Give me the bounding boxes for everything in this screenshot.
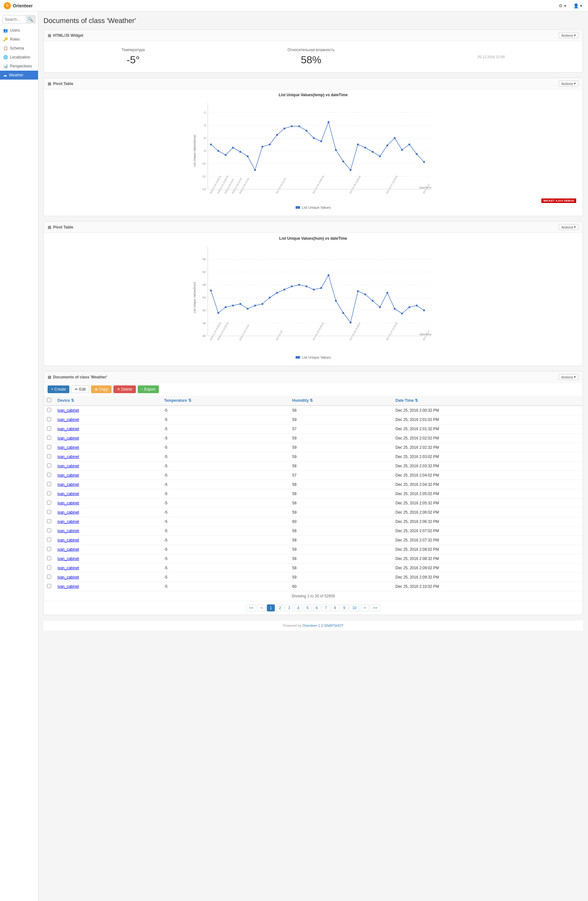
- sidebar-item-users[interactable]: 👥 Users: [0, 26, 38, 35]
- device-link[interactable]: ivan_cabinet: [58, 482, 79, 487]
- row-checkbox-cell[interactable]: [44, 424, 54, 434]
- row-checkbox[interactable]: [47, 500, 51, 505]
- row-checkbox-cell[interactable]: [44, 563, 54, 573]
- row-checkbox-cell[interactable]: [44, 536, 54, 545]
- row-checkbox[interactable]: [47, 463, 51, 468]
- row-checkbox[interactable]: [47, 519, 51, 523]
- col-humidity[interactable]: Humidity ⇅: [289, 396, 392, 405]
- export-button[interactable]: ↑ Export: [138, 385, 159, 393]
- row-checkbox-cell[interactable]: [44, 489, 54, 499]
- pagination-button[interactable]: 6: [313, 605, 321, 611]
- device-link[interactable]: ivan_cabinet: [58, 528, 79, 533]
- footer-link[interactable]: Orienteer 1.2-SNAPSHOT: [302, 624, 343, 627]
- select-all-header[interactable]: [44, 396, 54, 405]
- copy-button[interactable]: ⊕ Copy: [91, 385, 111, 393]
- delete-button[interactable]: ✕ Delete: [114, 385, 136, 393]
- row-checkbox[interactable]: [47, 491, 51, 496]
- row-checkbox[interactable]: [47, 473, 51, 477]
- row-checkbox-cell[interactable]: [44, 415, 54, 424]
- row-checkbox-cell[interactable]: [44, 434, 54, 443]
- row-checkbox-cell[interactable]: [44, 582, 54, 591]
- row-checkbox-cell[interactable]: [44, 527, 54, 536]
- device-link[interactable]: ivan_cabinet: [58, 473, 79, 477]
- row-checkbox[interactable]: [47, 408, 51, 412]
- pivot1-actions-button[interactable]: Actions ▾: [558, 81, 579, 87]
- search-input[interactable]: [3, 16, 26, 23]
- pagination-button[interactable]: 5: [304, 605, 312, 611]
- pagination-button[interactable]: 8: [331, 605, 339, 611]
- edit-button[interactable]: ✏ Edit: [71, 385, 89, 393]
- col-datetime[interactable]: Date Time ⇅: [392, 396, 583, 405]
- row-checkbox-cell[interactable]: [44, 499, 54, 508]
- row-checkbox[interactable]: [47, 417, 51, 421]
- col-temperature[interactable]: Temperature ⇅: [161, 396, 289, 405]
- wicket-debug-button[interactable]: WICKET AJAX DEBUG: [541, 198, 576, 203]
- row-checkbox-cell[interactable]: [44, 471, 54, 480]
- pagination-button[interactable]: 7: [322, 605, 330, 611]
- row-checkbox-cell[interactable]: [44, 517, 54, 527]
- pagination-button[interactable]: 2: [276, 605, 284, 611]
- sidebar-item-schema[interactable]: 📋 Schema: [0, 44, 38, 53]
- pagination-button[interactable]: <: [257, 605, 265, 611]
- device-link[interactable]: ivan_cabinet: [58, 584, 79, 589]
- sidebar-item-perspectives[interactable]: 📊 Perspectives: [0, 62, 38, 71]
- device-link[interactable]: ivan_cabinet: [58, 510, 79, 514]
- sidebar-item-roles[interactable]: 🔑 Roles: [0, 35, 38, 44]
- sidebar-item-weather[interactable]: ☁ Weather: [0, 71, 38, 80]
- row-checkbox[interactable]: [47, 556, 51, 560]
- row-checkbox[interactable]: [47, 584, 51, 588]
- device-link[interactable]: ivan_cabinet: [58, 519, 79, 524]
- row-checkbox[interactable]: [47, 566, 51, 569]
- pivot2-actions-button[interactable]: Actions ▾: [558, 224, 579, 230]
- row-checkbox[interactable]: [47, 482, 51, 486]
- row-checkbox-cell[interactable]: [44, 443, 54, 452]
- row-checkbox-cell[interactable]: [44, 554, 54, 563]
- device-link[interactable]: ivan_cabinet: [58, 427, 79, 431]
- pagination-button[interactable]: 1: [267, 605, 275, 611]
- device-link[interactable]: ivan_cabinet: [58, 538, 79, 542]
- row-checkbox[interactable]: [47, 510, 51, 514]
- device-link[interactable]: ivan_cabinet: [58, 547, 79, 552]
- pagination-button[interactable]: >>: [370, 605, 380, 611]
- row-checkbox[interactable]: [47, 426, 51, 430]
- row-checkbox[interactable]: [47, 454, 51, 458]
- device-link[interactable]: ivan_cabinet: [58, 464, 79, 468]
- row-checkbox-cell[interactable]: [44, 480, 54, 489]
- row-checkbox[interactable]: [47, 445, 51, 449]
- sidebar-item-localization[interactable]: 🌐 Localization: [0, 53, 38, 62]
- device-link[interactable]: ivan_cabinet: [58, 566, 79, 570]
- widget-actions-button[interactable]: Actions ▾: [558, 32, 579, 38]
- settings-button[interactable]: ⚙ ▾: [557, 3, 568, 9]
- pagination-button[interactable]: 3: [285, 605, 293, 611]
- row-checkbox-cell[interactable]: [44, 545, 54, 554]
- col-device[interactable]: Device ⇅: [54, 396, 161, 405]
- device-link[interactable]: ivan_cabinet: [58, 491, 79, 496]
- pagination-button[interactable]: 9: [340, 605, 348, 611]
- row-checkbox[interactable]: [47, 575, 51, 579]
- device-link[interactable]: ivan_cabinet: [58, 556, 79, 561]
- pagination-button[interactable]: 10: [349, 605, 359, 611]
- device-link[interactable]: ivan_cabinet: [58, 501, 79, 505]
- row-checkbox-cell[interactable]: [44, 405, 54, 415]
- pagination-button[interactable]: >: [361, 605, 369, 611]
- device-link[interactable]: ivan_cabinet: [58, 445, 79, 450]
- device-link[interactable]: ivan_cabinet: [58, 408, 79, 413]
- row-checkbox-cell[interactable]: [44, 573, 54, 582]
- create-button[interactable]: + Create: [48, 385, 69, 393]
- device-link[interactable]: ivan_cabinet: [58, 455, 79, 459]
- row-checkbox-cell[interactable]: [44, 452, 54, 461]
- row-checkbox[interactable]: [47, 528, 51, 533]
- row-checkbox-cell[interactable]: [44, 508, 54, 517]
- device-link[interactable]: ivan_cabinet: [58, 436, 79, 440]
- select-all-checkbox[interactable]: [47, 398, 51, 402]
- user-button[interactable]: 👤 ▾: [571, 3, 584, 9]
- row-checkbox[interactable]: [47, 436, 51, 440]
- pagination-button[interactable]: <<: [246, 605, 256, 611]
- row-checkbox[interactable]: [47, 538, 51, 542]
- pagination-button[interactable]: 4: [294, 605, 302, 611]
- device-link[interactable]: ivan_cabinet: [58, 418, 79, 422]
- search-button[interactable]: 🔍: [26, 16, 35, 23]
- documents-actions-button[interactable]: Actions ▾: [558, 374, 579, 380]
- row-checkbox[interactable]: [47, 547, 51, 551]
- row-checkbox-cell[interactable]: [44, 461, 54, 471]
